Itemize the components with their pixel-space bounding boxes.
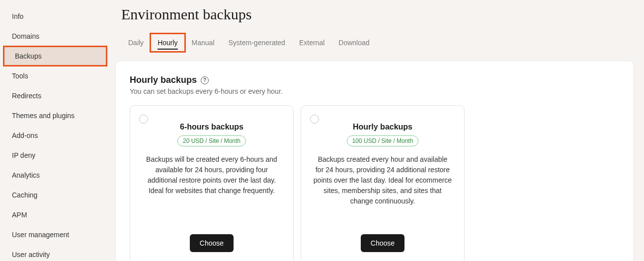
choose-button[interactable]: Choose <box>361 234 404 252</box>
plan-description: Backups created every hour and available… <box>313 154 452 206</box>
plan-card-hourly[interactable]: Hourly backups 100 USD / Site / Month Ba… <box>301 105 465 261</box>
plan-description: Backups will be created every 6-hours an… <box>142 154 281 196</box>
plan-title: Hourly backups <box>353 123 412 131</box>
sidebar-item-user-activity[interactable]: User activity <box>0 246 109 261</box>
tab-external[interactable]: External <box>292 35 331 51</box>
page-title: Environment backups <box>121 6 634 23</box>
sidebar-item-info[interactable]: Info <box>0 7 109 25</box>
sidebar-item-themes-plugins[interactable]: Themes and plugins <box>0 107 109 125</box>
sidebar-item-ip-deny[interactable]: IP deny <box>0 146 109 164</box>
tab-download[interactable]: Download <box>331 35 376 51</box>
plan-cards: 6-hours backups 20 USD / Site / Month Ba… <box>130 105 620 261</box>
sidebar-item-domains[interactable]: Domains <box>0 27 109 45</box>
help-icon[interactable]: ? <box>201 76 209 84</box>
section-title: Hourly backups <box>130 75 197 85</box>
main-content: Environment backups Daily Hourly Manual … <box>109 0 644 261</box>
sidebar-item-caching[interactable]: Caching <box>0 186 109 204</box>
sidebar-item-redirects[interactable]: Redirects <box>0 87 109 105</box>
tab-label: Hourly <box>151 35 184 51</box>
tab-hourly[interactable]: Hourly <box>151 35 184 51</box>
plan-title: 6-hours backups <box>180 123 243 131</box>
sidebar-item-backups[interactable]: Backups <box>0 47 109 65</box>
plan-card-6hours[interactable]: 6-hours backups 20 USD / Site / Month Ba… <box>130 105 294 261</box>
section-header: Hourly backups ? <box>130 75 620 85</box>
tab-daily[interactable]: Daily <box>121 35 151 51</box>
tabs: Daily Hourly Manual System-generated Ext… <box>121 35 634 51</box>
radio-icon[interactable] <box>139 115 148 124</box>
price-badge: 20 USD / Site / Month <box>177 135 246 146</box>
sidebar-item-add-ons[interactable]: Add-ons <box>0 127 109 144</box>
section-subtitle: You can set backups every 6-hours or eve… <box>130 87 620 95</box>
tab-system-generated[interactable]: System-generated <box>222 35 292 51</box>
choose-button[interactable]: Choose <box>190 234 234 252</box>
price-badge: 100 USD / Site / Month <box>347 135 419 146</box>
sidebar: Info Domains Backups Tools Redirects The… <box>0 0 109 261</box>
content-card: Hourly backups ? You can set backups eve… <box>115 61 634 261</box>
sidebar-item-apm[interactable]: APM <box>0 206 109 224</box>
tab-manual[interactable]: Manual <box>185 35 222 51</box>
sidebar-item-tools[interactable]: Tools <box>0 67 109 85</box>
radio-icon[interactable] <box>310 115 319 124</box>
sidebar-item-user-management[interactable]: User management <box>0 226 109 244</box>
sidebar-item-analytics[interactable]: Analytics <box>0 166 109 184</box>
sidebar-item-label: Backups <box>3 47 106 65</box>
